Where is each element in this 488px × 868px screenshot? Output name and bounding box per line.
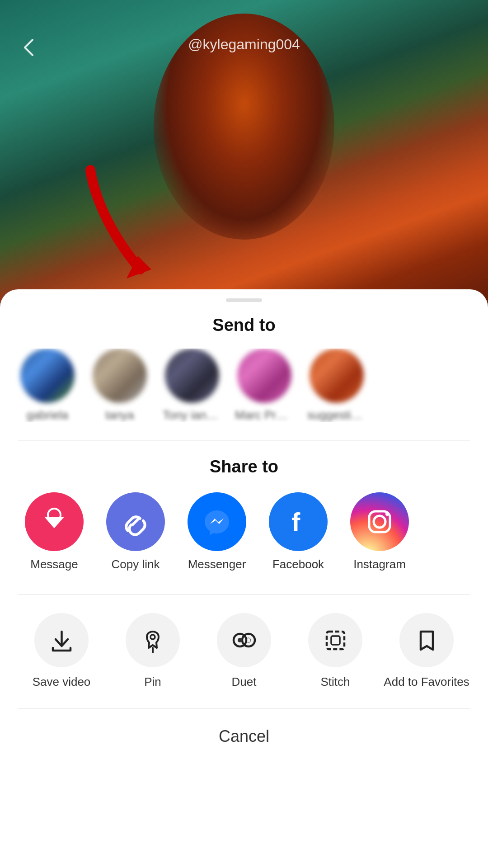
save-video-button[interactable] xyxy=(34,613,89,667)
video-background: @kylegaming004 xyxy=(0,0,488,316)
sheet-handle xyxy=(226,298,262,302)
username-label: @kylegaming004 xyxy=(188,36,300,53)
send-to-title: Send to xyxy=(0,316,488,335)
add-to-favorites-item[interactable]: Add to Favorites xyxy=(383,613,470,690)
cancel-button[interactable]: Cancel xyxy=(0,709,488,764)
add-to-favorites-label: Add to Favorites xyxy=(384,675,469,690)
facebook-label: Facebook xyxy=(272,557,324,571)
message-label: Message xyxy=(30,557,78,571)
share-copylink-item[interactable]: Copy link xyxy=(99,492,172,571)
save-video-item[interactable]: Save video xyxy=(18,613,105,690)
svg-text:f: f xyxy=(291,507,300,537)
bottom-sheet: Send to gabriela tanya Tony iangelieo Ma… xyxy=(0,289,488,868)
contact-name: Marc Pro Frames xyxy=(235,408,294,422)
instagram-label: Instagram xyxy=(353,557,406,571)
contact-avatar xyxy=(20,349,75,403)
svg-point-13 xyxy=(242,634,255,646)
contact-avatar xyxy=(165,349,219,403)
contact-item[interactable]: Tony iangelieo xyxy=(163,349,221,422)
contact-item[interactable]: suggestionnn xyxy=(307,349,366,422)
share-to-title: Share to xyxy=(0,457,488,476)
svg-rect-16 xyxy=(327,632,344,649)
back-button[interactable] xyxy=(18,36,41,64)
share-facebook-item[interactable]: f Facebook xyxy=(262,492,334,571)
contact-avatar xyxy=(93,349,147,403)
contact-name: gabriela xyxy=(27,408,69,422)
pin-label: Pin xyxy=(144,675,161,690)
contact-avatar xyxy=(237,349,291,403)
message-icon[interactable] xyxy=(25,492,84,551)
contact-avatar xyxy=(310,349,364,403)
contacts-row[interactable]: gabriela tanya Tony iangelieo Marc Pro F… xyxy=(0,349,488,422)
share-apps-row[interactable]: Message Copy link Messenger xyxy=(0,492,488,571)
share-message-item[interactable]: Message xyxy=(18,492,90,571)
save-video-label: Save video xyxy=(33,675,91,690)
copylink-icon[interactable] xyxy=(106,492,165,551)
contact-name: tanya xyxy=(105,408,134,422)
stitch-item[interactable]: Stitch xyxy=(292,613,379,690)
contact-item[interactable]: tanya xyxy=(90,349,149,422)
svg-point-8 xyxy=(374,516,385,528)
messenger-icon[interactable] xyxy=(188,492,246,551)
duet-item[interactable]: Duet xyxy=(201,613,287,690)
svg-line-5 xyxy=(132,519,139,525)
contact-name: suggestionnn xyxy=(307,408,366,422)
svg-point-9 xyxy=(385,512,389,516)
instagram-icon[interactable] xyxy=(350,492,409,551)
share-instagram-item[interactable]: Instagram xyxy=(343,492,416,571)
copylink-label: Copy link xyxy=(112,557,160,571)
duet-label: Duet xyxy=(232,675,257,690)
facebook-icon[interactable]: f xyxy=(269,492,328,551)
actions-row: Save video Pin xyxy=(0,595,488,690)
svg-point-14 xyxy=(238,638,242,642)
divider-1 xyxy=(18,440,470,441)
messenger-label: Messenger xyxy=(188,557,246,571)
add-to-favorites-button[interactable] xyxy=(399,613,454,667)
stitch-label: Stitch xyxy=(320,675,350,690)
stitch-button[interactable] xyxy=(308,613,362,667)
svg-rect-17 xyxy=(331,636,340,645)
duet-button[interactable] xyxy=(217,613,271,667)
contact-name: Tony iangelieo xyxy=(163,408,221,422)
arrow-indicator xyxy=(68,161,167,289)
pin-item[interactable]: Pin xyxy=(109,613,196,690)
pin-button[interactable] xyxy=(126,613,180,667)
share-messenger-item[interactable]: Messenger xyxy=(181,492,253,571)
contact-item[interactable]: gabriela xyxy=(18,349,77,422)
contact-item[interactable]: Marc Pro Frames xyxy=(235,349,294,422)
svg-point-11 xyxy=(150,635,155,639)
